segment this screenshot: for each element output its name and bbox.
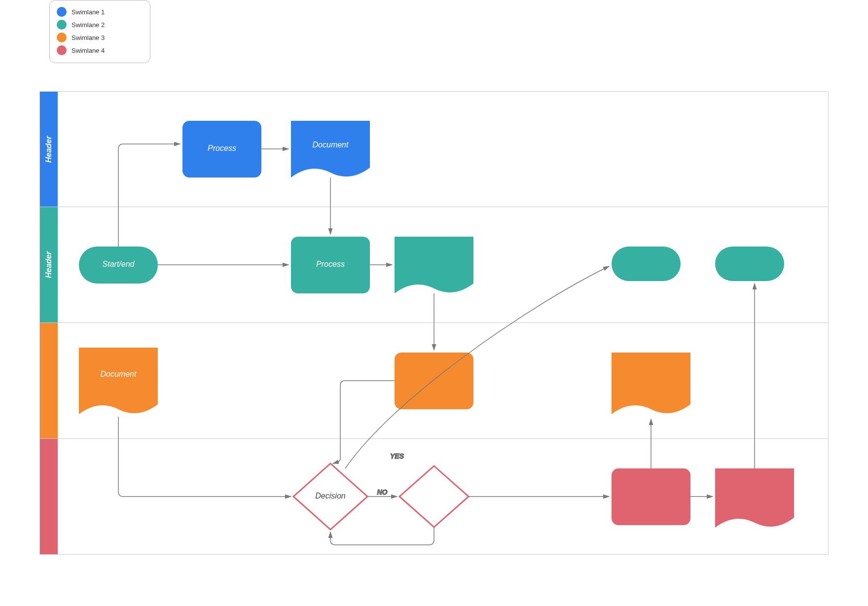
node-startend-label: Start/end (103, 260, 135, 268)
legend-row: Swimlane 2 (57, 18, 143, 31)
svg-rect-4 (715, 247, 784, 281)
node-process-blue[interactable]: Process (182, 121, 261, 178)
legend: Swimlane 1 Swimlane 2 Swimlane 3 Swimlan… (49, 0, 150, 63)
node-terminator-teal-1[interactable] (612, 247, 681, 281)
legend-dot-2 (57, 20, 67, 30)
node-decision-1-label: Decision (315, 492, 345, 500)
legend-label-2: Swimlane 2 (72, 21, 105, 29)
swimlane-container: Header Header (39, 91, 829, 555)
diagram-svg: Process Document Start/end Process (39, 91, 829, 555)
legend-dot-1 (57, 7, 67, 17)
node-decision-2[interactable] (399, 466, 469, 527)
edge-start-process (118, 144, 180, 247)
legend-row: Swimlane 1 (57, 5, 143, 18)
node-startend[interactable]: Start/end (79, 247, 158, 284)
legend-label-1: Swimlane 1 (72, 8, 105, 16)
node-document-blue-label: Document (313, 141, 349, 149)
node-process-orange[interactable] (395, 353, 473, 409)
node-terminator-teal-2[interactable] (715, 247, 784, 281)
node-document-teal[interactable] (395, 237, 473, 293)
canvas: Swimlane 1 Swimlane 2 Swimlane 3 Swimlan… (0, 0, 868, 606)
node-document-orange-left[interactable]: Document (79, 348, 158, 414)
node-document-orange-left-label: Document (101, 370, 137, 378)
node-document-orange-right[interactable] (612, 353, 690, 414)
svg-rect-3 (612, 247, 681, 281)
node-process-teal[interactable]: Process (291, 237, 370, 293)
svg-rect-6 (612, 468, 690, 525)
edge-label-no: NO (377, 488, 388, 496)
legend-dot-3 (57, 33, 67, 42)
edge-docorangeleft-decision1 (118, 417, 291, 497)
node-document-red[interactable] (715, 468, 794, 528)
edge-decision2-loop (330, 527, 434, 545)
node-process-blue-label: Process (208, 144, 236, 152)
legend-row: Swimlane 3 (57, 31, 143, 44)
edge-decision1-yes (345, 266, 609, 468)
node-process-teal-label: Process (316, 260, 345, 268)
node-process-red[interactable] (612, 468, 690, 525)
svg-rect-5 (395, 353, 473, 409)
legend-row: Swimlane 4 (57, 44, 143, 57)
legend-label-3: Swimlane 3 (72, 34, 105, 41)
edge-label-yes: YES (390, 452, 404, 460)
legend-dot-4 (57, 45, 67, 55)
legend-label-4: Swimlane 4 (72, 47, 105, 54)
node-document-blue[interactable]: Document (291, 121, 370, 178)
node-decision-1[interactable]: Decision (293, 463, 367, 530)
